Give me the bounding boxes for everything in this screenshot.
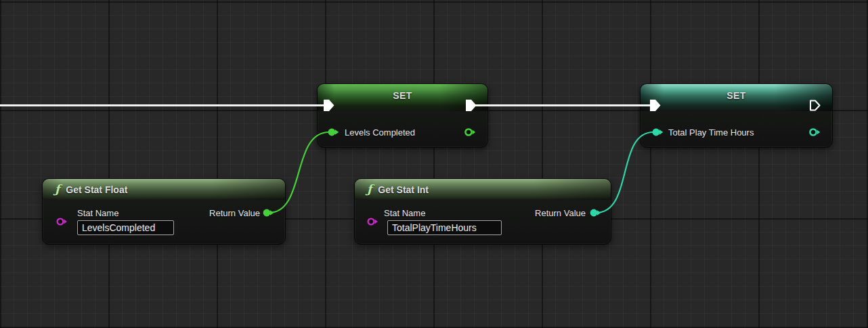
function-icon: ƒ [55,184,60,195]
pin-label-levels-completed: Levels Completed [345,127,415,138]
stat-name-input[interactable] [387,220,502,235]
node-title: Get Stat Int [378,184,429,195]
pin-label-return-value: Return Value [209,208,260,218]
node-set-total-play-time-hours[interactable]: SET Total Play Time Hours [640,83,833,148]
node-title: Get Stat Float [66,184,127,195]
pin-label-return-value: Return Value [535,208,586,218]
node-get-stat-float[interactable]: ƒ Get Stat Float Stat Name Return Value [42,178,286,245]
pin-label-stat-name: Stat Name [77,208,118,218]
node-set-levels-completed[interactable]: SET Levels Completed [317,83,488,148]
node-title: SET [318,90,487,101]
pin-label-total-play-time-hours: Total Play Time Hours [668,127,754,138]
node-title: SET [641,90,832,101]
function-icon: ƒ [367,184,372,195]
pin-label-stat-name: Stat Name [384,208,425,218]
node-get-stat-int[interactable]: ƒ Get Stat Int Stat Name Return Value [354,178,611,245]
blueprint-graph-canvas[interactable]: SET Levels Completed SET Total Play Time… [0,0,868,328]
wire-layer [0,0,868,328]
stat-name-input[interactable] [77,220,174,235]
